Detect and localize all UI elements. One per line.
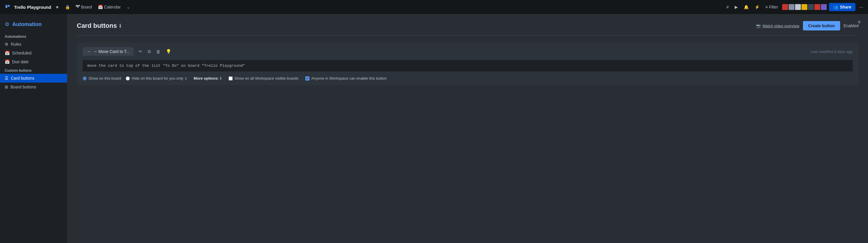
sidebar: ⚙ Automation Automations ⚙ Rules 📅 Sched… (0, 14, 67, 243)
bell-button[interactable]: 🔔 (742, 3, 750, 10)
last-modified-text: Last modified 8 days ago (810, 49, 853, 54)
video-button[interactable]: ▶ (733, 3, 740, 10)
show-on-board-radio[interactable] (83, 76, 87, 80)
button-card-left: → → Move Card to T... ✏ ⧉ 🗑 💡 (83, 47, 174, 56)
sidebar-item-scheduled[interactable]: 📅 Scheduled (0, 48, 67, 57)
bulb-icon-button[interactable]: 💡 (164, 47, 174, 56)
edit-icon-button[interactable]: ✏ (136, 47, 145, 56)
content-header-actions: 📷 Watch video overview Create button Ena… (756, 21, 859, 30)
due-date-icon: 📅 (5, 60, 10, 64)
button-card-header: → → Move Card to T... ✏ ⧉ 🗑 💡 Last modif… (83, 47, 853, 56)
sidebar-item-due-date[interactable]: 📅 Due date (0, 57, 67, 66)
anyone-enable-checkbox[interactable] (305, 76, 309, 80)
hide-info-icon: ℹ (185, 76, 187, 80)
swatch-dark (808, 4, 814, 10)
sidebar-item-card-buttons-label: Card buttons (11, 76, 34, 80)
rules-icon: ⚙ (5, 42, 8, 46)
lightning-button[interactable]: ⚡ (753, 3, 761, 10)
content-header: Card buttons ℹ 📷 Watch video overview Cr… (77, 21, 859, 30)
visibility-radio-group: Show on this board Hide on this board fo… (83, 76, 187, 80)
more-options-button[interactable]: ··· (858, 3, 865, 11)
scheduled-icon: 📅 (5, 50, 10, 55)
show-on-board-option[interactable]: Show on this board (83, 76, 121, 80)
content-area: × Card buttons ℹ 📷 Watch video overview … (67, 14, 868, 243)
button-action-icons: ✏ ⧉ 🗑 💡 (136, 47, 174, 56)
swatch-gray2 (795, 4, 801, 10)
hide-on-board-option[interactable]: Hide on this board for you only ℹ (126, 76, 186, 80)
svg-rect-0 (6, 5, 7, 8)
topbar-left: Trello Playground ★ 🔒 Board 📅 Calendar ⌄ (3, 3, 722, 10)
sidebar-item-board-buttons-label: Board buttons (10, 84, 36, 89)
app-title: Trello Playground (14, 5, 51, 10)
sidebar-item-rules-label: Rules (11, 42, 21, 46)
hide-on-board-radio[interactable] (126, 76, 130, 80)
board-label: Board (81, 5, 92, 9)
lock-button[interactable]: 🔒 (63, 3, 72, 10)
svg-rect-2 (76, 5, 77, 7)
more-options-label: More options: ℹ (194, 76, 221, 80)
svg-rect-3 (78, 5, 79, 8)
video-camera-icon: 📷 (756, 24, 761, 28)
title-info-icon[interactable]: ℹ (119, 23, 121, 29)
copy-icon-button[interactable]: ⧉ (146, 47, 153, 56)
sidebar-item-scheduled-label: Scheduled (12, 50, 31, 55)
button-card: → → Move Card to T... ✏ ⧉ 🗑 💡 Last modif… (77, 42, 859, 85)
view-expand-button[interactable]: ⌄ (125, 3, 132, 10)
swatch-purple (821, 4, 827, 10)
swatch-red (782, 4, 788, 10)
board-button[interactable]: Board (74, 3, 94, 10)
board-buttons-icon: ⊞ (5, 84, 8, 89)
sidebar-item-due-date-label: Due date (12, 60, 29, 64)
svg-rect-1 (8, 5, 10, 7)
create-button[interactable]: Create button (803, 21, 840, 30)
header-divider (77, 35, 859, 35)
content-title-text: Card buttons (77, 22, 117, 30)
grid-icon-button[interactable]: # (725, 3, 731, 10)
sidebar-title: Automation (12, 22, 41, 28)
button-options: Show on this board Hide on this board fo… (83, 76, 853, 80)
svg-rect-4 (79, 5, 80, 6)
sidebar-item-card-buttons[interactable]: ☰ Card buttons (0, 74, 67, 82)
workspace-visible-checkbox[interactable] (228, 76, 233, 80)
content-title-group: Card buttons ℹ (77, 22, 121, 30)
sidebar-item-rules[interactable]: ⚙ Rules (0, 40, 67, 48)
button-code-block: move the card to top of the list "To Do"… (83, 60, 853, 71)
swatch-yellow (802, 4, 807, 10)
close-button[interactable]: × (855, 18, 863, 27)
swatch-red2 (814, 4, 820, 10)
trello-home-button[interactable] (3, 3, 12, 10)
color-swatches (782, 4, 827, 10)
delete-icon-button[interactable]: 🗑 (154, 47, 163, 56)
watch-video-button[interactable]: 📷 Watch video overview (756, 24, 799, 28)
swatch-gray1 (788, 4, 795, 10)
sidebar-header: ⚙ Automation (0, 19, 67, 32)
sidebar-item-board-buttons[interactable]: ⊞ Board buttons (0, 82, 67, 91)
workspace-visible-option[interactable]: Show on all Workspace visible boards (228, 76, 299, 80)
anyone-enable-option[interactable]: Anyone in Workspace can enable this butt… (305, 76, 386, 80)
share-icon: 👥 (833, 5, 838, 9)
star-button[interactable]: ★ (54, 3, 61, 10)
arrow-icon: → (87, 49, 91, 54)
card-buttons-icon: ☰ (5, 76, 8, 80)
main-layout: ⚙ Automation Automations ⚙ Rules 📅 Sched… (0, 14, 868, 243)
automation-icon: ⚙ (5, 21, 9, 28)
topbar: Trello Playground ★ 🔒 Board 📅 Calendar ⌄… (0, 0, 868, 14)
sidebar-section-custom-buttons: Custom buttons (0, 66, 67, 74)
sidebar-section-automations: Automations (0, 32, 67, 40)
topbar-right: # ▶ 🔔 ⚡ ≡ Filter 👥 Share ··· (725, 3, 865, 11)
more-options-info-icon: ℹ (220, 76, 221, 80)
share-button[interactable]: 👥 Share (829, 3, 856, 11)
filter-button[interactable]: ≡ Filter (764, 3, 780, 10)
move-card-button[interactable]: → → Move Card to T... (83, 47, 134, 56)
calendar-button[interactable]: 📅 Calendar (96, 3, 123, 10)
